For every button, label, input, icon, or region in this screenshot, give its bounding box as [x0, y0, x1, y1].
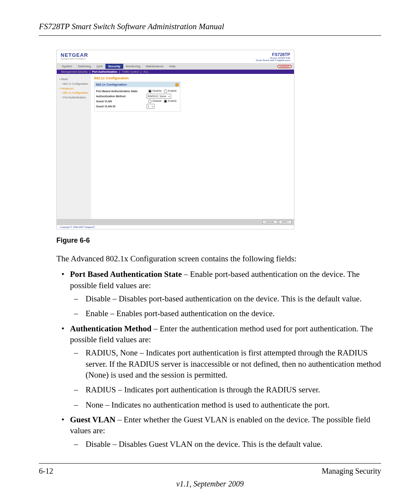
panel-title: 802.1x Configuration: [96, 83, 127, 86]
running-header: FS728TP Smart Switch Software Administra…: [39, 22, 381, 36]
sidebar: » Basic › 802.1x Configuration » Advance…: [57, 74, 91, 219]
page-footer: 6-12 Managing Security: [39, 463, 381, 476]
logout-button[interactable]: LOGOUT: [277, 65, 292, 68]
version-line: v1.1, September 2009: [39, 480, 381, 488]
sub-disable-auth: Disable – Disables port-based authentica…: [86, 293, 381, 304]
label-guest-vlan: Guest VLAN: [96, 100, 147, 103]
info-icon[interactable]: i: [175, 83, 178, 86]
tab-security[interactable]: Security: [105, 64, 123, 69]
label-port-auth-state: Port Based Authentication State: [96, 90, 147, 93]
figure-caption: Figure 6-6: [56, 236, 381, 245]
intro-paragraph: The Advanced 802.1x Configuration screen…: [56, 253, 381, 264]
sub-none: None – Indicates no authentication metho…: [86, 399, 381, 410]
tab-qos[interactable]: QoS: [94, 64, 105, 69]
subtab-mgmt-security[interactable]: Management Security: [60, 70, 89, 73]
select-guest-vlan-id[interactable]: 1: [147, 104, 154, 109]
model-sub2: Smart Switch with 4 Gigabit ports: [256, 59, 290, 61]
apply-button[interactable]: APPLY: [279, 220, 292, 224]
tab-maintenance[interactable]: Maintenance: [143, 64, 166, 69]
radio-guest-disable[interactable]: [148, 100, 152, 103]
sub-tabs: Management Security | Port Authenticatio…: [57, 70, 294, 74]
sidebar-item-port-auth[interactable]: › Port Authentication: [58, 95, 89, 100]
select-auth-method[interactable]: RADIUS, None: [147, 94, 171, 99]
bullet-auth-method: Authentication Method – Enter the authen…: [70, 323, 381, 410]
label-guest-vlan-id: Guest VLAN ID: [96, 105, 147, 108]
brand-tagline: Connect with Innovation: [61, 58, 88, 60]
subtab-acl[interactable]: ACL: [142, 70, 150, 73]
tab-monitoring[interactable]: Monitoring: [123, 64, 143, 69]
tab-switching[interactable]: Switching: [75, 64, 94, 69]
radio-guest-enable[interactable]: [164, 100, 167, 103]
screenshot-figure: NETGEAR Connect with Innovation FS728TP …: [56, 50, 294, 229]
tab-system[interactable]: System: [59, 64, 75, 69]
bullet-port-auth-state: Port Based Authentication State – Enable…: [70, 269, 381, 319]
page-number: 6-12: [39, 467, 53, 476]
section-name: Managing Security: [322, 467, 381, 476]
sub-guest-disable: Disable – Disables Guest VLAN on the dev…: [86, 439, 381, 450]
sidebar-item-adv-8021x[interactable]: › 802.1x Configuration: [58, 91, 89, 95]
tab-help[interactable]: Help: [166, 64, 178, 69]
subtab-traffic-control[interactable]: Traffic Control: [121, 70, 140, 73]
cancel-button[interactable]: CANCEL: [262, 220, 277, 224]
sidebar-item-basic-8021x[interactable]: › 802.1x Configuration: [58, 82, 89, 86]
label-auth-method: Authentication Method: [96, 95, 147, 98]
sub-radius-none: RADIUS, None – Indicates port authentica…: [86, 347, 381, 380]
section-title: 802.1x Configuration: [94, 76, 291, 80]
subtab-port-auth[interactable]: Port Authentication: [91, 70, 119, 73]
radio-auth-disable[interactable]: [148, 89, 152, 93]
sub-radius: RADIUS – Indicates port authentication i…: [86, 384, 381, 395]
main-tabs: System Switching QoS Security Monitoring…: [57, 63, 294, 70]
sub-enable-auth: Enable – Enables port-based authenticati…: [86, 308, 381, 319]
sidebar-item-basic[interactable]: » Basic: [58, 77, 89, 82]
copyright-text: Copyright © 1996-2007 Netgear®: [57, 225, 294, 229]
config-panel: 802.1x Configuration i Port Based Authen…: [94, 82, 180, 112]
brand-logo: NETGEAR: [61, 52, 88, 58]
radio-auth-enable[interactable]: [164, 89, 167, 93]
sidebar-item-advanced[interactable]: » Advanced: [58, 86, 89, 91]
bullet-guest-vlan: Guest VLAN – Enter whether the Guest VLA…: [70, 414, 381, 450]
model-name: FS728TP: [256, 52, 290, 57]
